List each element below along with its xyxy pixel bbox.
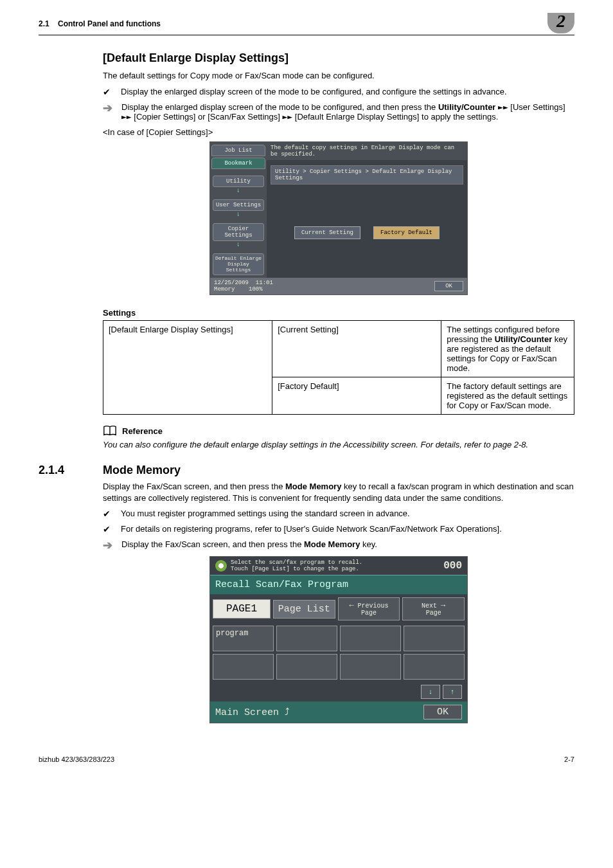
crumb-copier-settings[interactable]: Copier Settings [213,223,264,241]
program-slot-6[interactable] [276,654,337,680]
program-slot-5[interactable] [213,654,274,680]
program-slot-1[interactable]: program [213,626,274,651]
page-list-button[interactable]: Page List [273,600,335,619]
subsection-number: 2.1.4 [39,464,84,477]
check-text-mm1: You must register programmed settings us… [121,509,410,518]
program-slot-4[interactable] [404,626,465,651]
status-area: 12/25/2009 11:01 Memory 100% [214,280,273,293]
scroll-down-button[interactable]: ↓ [421,685,440,699]
footer-model: bizhub 423/363/283/223 [39,755,114,763]
main-screen-button[interactable]: Main Screen ⤴ [215,707,290,718]
counter-display: 000 [443,560,462,572]
ok-button[interactable]: OK [434,281,463,291]
table-title: Settings [103,308,574,318]
header-section-title: Control Panel and functions [58,19,161,28]
cell-r1c1: [Default Enlarge Display Settings] [103,321,272,415]
cell-r2c3: The factory default settings are registe… [441,377,574,415]
reference-label: Reference [122,426,163,436]
footer-page: 2-7 [564,755,574,763]
program-slot-8[interactable] [404,654,465,680]
figure-caption-1: <In case of [Copier Settings]> [103,127,574,138]
crumb-utility[interactable]: Utility [213,176,264,187]
status-icon [215,560,227,572]
program-slot-7[interactable] [340,654,401,680]
next-page-button[interactable]: Next →Page [402,597,465,620]
chapter-badge: 2 [547,13,574,33]
checkmark-icon: ✔ [103,87,112,97]
mode-memory-intro: Display the Fax/Scan screen, and then pr… [103,481,574,503]
screenshot-copier-settings: Job List Bookmark Utility ↓ User Setting… [209,141,468,295]
settings-table: [Default Enlarge Display Settings] [Curr… [103,320,574,415]
chevron-down-icon: ↓ [236,241,240,248]
page-footer: bizhub 423/363/283/223 2-7 [39,755,574,763]
page-header: 2.1 Control Panel and functions 2 [39,19,574,35]
screenshot-mode-memory: Select the scan/fax program to recall. T… [209,556,468,723]
current-setting-button[interactable]: Current Setting [294,226,360,239]
cell-r2c2: [Factory Default] [272,377,441,415]
check-text-mm2: For details on registering programs, ref… [121,524,502,534]
tab-job-list[interactable]: Job List [211,145,265,156]
panel-msg: Select the scan/fax program to recall. T… [231,559,362,572]
factory-default-button[interactable]: Factory Default [373,226,440,239]
panel-message: The default copy settings in Enlarge Dis… [267,142,467,160]
crumb-user-settings[interactable]: User Settings [213,199,264,211]
ok-button[interactable]: OK [423,705,462,719]
cell-r1c3: The settings configured before pressing … [441,321,574,377]
check-text-1: Display the enlarged display screen of t… [121,87,507,96]
chevron-down-icon: ↓ [236,187,240,194]
checkmark-icon: ✔ [103,524,112,534]
checkmark-icon: ✔ [103,509,112,519]
arrow-text-mm: Display the Fax/Scan screen, and then pr… [121,539,377,549]
page-indicator: PAGE1 [213,599,271,619]
subsection-title: Mode Memory [103,464,181,477]
cell-r1c2: [Current Setting] [272,321,441,377]
intro-text: The default settings for Copy mode or Fa… [103,70,574,82]
chevron-down-icon: ↓ [236,211,240,218]
screen-title-bar: Recall Scan/Fax Program [210,575,467,595]
book-icon [103,425,117,437]
program-slot-2[interactable] [276,626,337,651]
scroll-up-button[interactable]: ↑ [443,685,462,699]
arrow-icon: ➔ [103,102,112,114]
reference-text: You can also configure the default enlar… [103,439,574,451]
crumb-default-enlarge[interactable]: Default Enlarge Display Settings [213,253,264,275]
header-section-num: 2.1 [39,19,49,28]
section-heading: [Default Enlarge Display Settings] [103,51,574,65]
arrow-icon: ➔ [103,539,112,551]
previous-page-button[interactable]: ← PreviousPage [338,597,400,620]
tab-bookmark[interactable]: Bookmark [211,158,265,169]
program-slot-3[interactable] [340,626,401,651]
arrow-text-1: Display the enlarged display screen of t… [121,102,574,122]
breadcrumb-path: Utility > Copier Settings > Default Enla… [271,165,463,185]
